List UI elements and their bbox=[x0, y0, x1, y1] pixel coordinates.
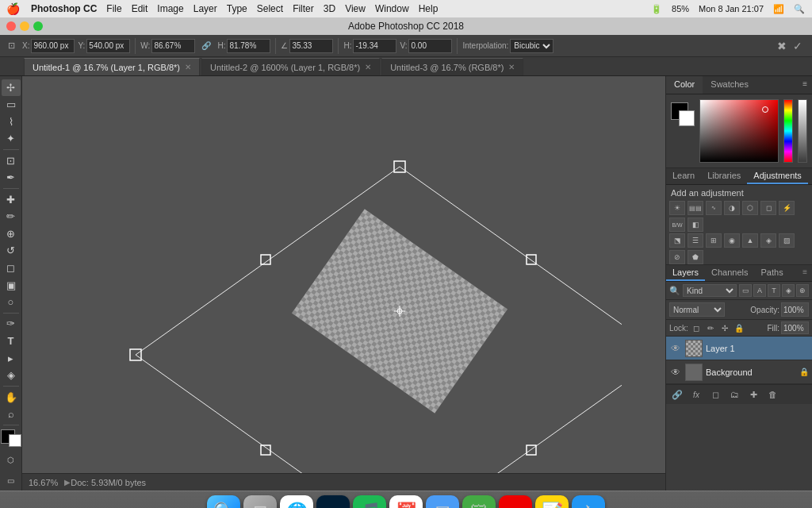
interpolation-select[interactable]: Bicubic bbox=[510, 39, 553, 53]
layer-kind-select[interactable]: Kind bbox=[683, 284, 737, 297]
marquee-tool[interactable]: ▭ bbox=[2, 97, 21, 114]
lasso-tool[interactable]: ⌇ bbox=[2, 114, 21, 130]
filter-adj-icon[interactable]: A bbox=[753, 284, 766, 297]
menu-edit[interactable]: Edit bbox=[127, 3, 153, 14]
filter-text-icon[interactable]: T bbox=[768, 284, 780, 297]
menu-filter[interactable]: Filter bbox=[288, 3, 319, 14]
paths-tab[interactable]: Paths bbox=[755, 265, 790, 281]
background-color[interactable] bbox=[9, 434, 21, 447]
link-layers-button[interactable]: 🔗 bbox=[669, 387, 685, 402]
adj-levels[interactable]: ▤▤ bbox=[688, 201, 703, 215]
dock-launchpad[interactable]: ⊞ bbox=[243, 495, 277, 509]
dock-virus-scanner[interactable]: 🛡 bbox=[462, 495, 496, 509]
dodge-tool[interactable]: ○ bbox=[2, 294, 21, 310]
heal-tool[interactable]: ✚ bbox=[2, 191, 21, 208]
adj-posterize[interactable]: ◉ bbox=[724, 233, 740, 248]
adj-color-balance[interactable]: ⚡ bbox=[779, 201, 795, 215]
fx-button[interactable]: fx bbox=[688, 387, 704, 402]
color-panel-collapse[interactable]: ≡ bbox=[798, 76, 812, 94]
shape-tool[interactable]: ◈ bbox=[2, 367, 21, 383]
tab-untitled-3[interactable]: Untitled-3 @ 16.7% (RGB/8*) ✕ bbox=[381, 58, 523, 75]
filter-pixel-icon[interactable]: ▭ bbox=[739, 284, 752, 297]
h-percent-input[interactable] bbox=[227, 39, 270, 53]
channels-tab[interactable]: Channels bbox=[705, 265, 754, 281]
lock-position-button[interactable]: ✢ bbox=[718, 321, 731, 334]
adj-vibrance[interactable]: ⬡ bbox=[742, 201, 758, 215]
history-brush-tool[interactable]: ↺ bbox=[2, 243, 21, 260]
app-menu[interactable]: Photoshop CC bbox=[26, 3, 102, 14]
learn-tab[interactable]: Learn bbox=[666, 168, 701, 184]
tab-close-3[interactable]: ✕ bbox=[508, 63, 515, 71]
dock-airmail[interactable]: ✈ bbox=[572, 495, 605, 509]
pen-tool[interactable]: ✑ bbox=[2, 316, 21, 333]
tab-close-2[interactable]: ✕ bbox=[365, 63, 371, 71]
zoom-tool[interactable]: ⌕ bbox=[2, 406, 21, 422]
lock-all-button[interactable]: 🔒 bbox=[733, 321, 745, 334]
adj-invert[interactable]: ⊞ bbox=[706, 233, 722, 248]
menu-file[interactable]: File bbox=[102, 3, 126, 14]
adj-gradient-map[interactable]: ◈ bbox=[760, 233, 776, 248]
gradient-tool[interactable]: ▣ bbox=[2, 277, 21, 294]
w-input[interactable] bbox=[151, 39, 195, 53]
eyedropper-tool[interactable]: ✒ bbox=[2, 170, 21, 187]
adj-shadows[interactable]: ⊘ bbox=[669, 250, 685, 264]
new-group-button[interactable]: 🗂 bbox=[726, 387, 742, 402]
v-skew-input[interactable] bbox=[408, 39, 452, 53]
menu-view[interactable]: View bbox=[340, 3, 370, 14]
background-swatch[interactable] bbox=[679, 110, 695, 126]
color-gradient-picker[interactable] bbox=[699, 99, 779, 163]
adj-threshold[interactable]: ▲ bbox=[742, 233, 758, 248]
layer-row-background[interactable]: 👁 Background 🔒 bbox=[666, 360, 812, 384]
filter-shape-icon[interactable]: ◈ bbox=[782, 284, 795, 297]
adj-variations[interactable]: ⬟ bbox=[688, 250, 703, 264]
screen-mode-tool[interactable]: ▭ bbox=[2, 471, 21, 491]
menu-layer[interactable]: Layer bbox=[189, 3, 222, 14]
adj-brightness[interactable]: ☀ bbox=[669, 201, 685, 215]
dock-chrome[interactable]: 🌐 bbox=[280, 495, 313, 509]
lock-transparent-button[interactable]: ◻ bbox=[690, 321, 703, 334]
text-tool[interactable]: T bbox=[2, 333, 21, 349]
x-input[interactable] bbox=[31, 39, 75, 53]
tab-untitled-1[interactable]: Untitled-1 @ 16.7% (Layer 1, RGB/8*) ✕ bbox=[24, 58, 200, 75]
dock-live[interactable]: Lv bbox=[499, 495, 532, 509]
adj-photo-filter[interactable]: ◧ bbox=[688, 217, 703, 232]
brush-tool[interactable]: ✏ bbox=[2, 209, 21, 225]
dock-finder[interactable]: 🔍 bbox=[207, 495, 240, 509]
maximize-button[interactable] bbox=[33, 21, 43, 31]
path-select-tool[interactable]: ▸ bbox=[2, 350, 21, 367]
layer1-visibility-toggle[interactable]: 👁 bbox=[669, 342, 682, 355]
clone-tool[interactable]: ⊕ bbox=[2, 225, 21, 242]
delete-layer-button[interactable]: 🗑 bbox=[764, 387, 780, 402]
new-layer-button[interactable]: ✚ bbox=[745, 387, 761, 402]
adj-curves[interactable]: ∿ bbox=[706, 201, 722, 215]
dock-notes[interactable]: 📝 bbox=[535, 495, 569, 509]
filter-smart-icon[interactable]: ⊕ bbox=[796, 284, 809, 297]
tab-untitled-2[interactable]: Untitled-2 @ 1600% (Layer 1, RGB/8*) ✕ bbox=[201, 58, 380, 75]
adj-color-lookup[interactable]: ☰ bbox=[688, 233, 703, 248]
dock-calendar[interactable]: 📅 bbox=[389, 495, 423, 509]
apple-menu[interactable]: 🍎 bbox=[0, 2, 26, 15]
menu-image[interactable]: Image bbox=[152, 3, 188, 14]
swatches-tab[interactable]: Swatches bbox=[703, 76, 756, 94]
tab-close-1[interactable]: ✕ bbox=[185, 63, 191, 71]
color-tab[interactable]: Color bbox=[666, 76, 703, 94]
menu-type[interactable]: Type bbox=[222, 3, 252, 14]
adj-hsl[interactable]: ◻ bbox=[760, 201, 776, 215]
menu-window[interactable]: Window bbox=[370, 3, 414, 14]
magic-wand-tool[interactable]: ✦ bbox=[2, 131, 21, 148]
opacity-bar[interactable] bbox=[798, 99, 807, 163]
move-tool[interactable]: ✢ bbox=[2, 79, 21, 96]
dock-spotify[interactable]: 🎵 bbox=[353, 495, 386, 509]
window-controls[interactable] bbox=[6, 21, 43, 31]
link-icon[interactable]: 🔗 bbox=[198, 38, 214, 54]
dock-photoshop[interactable]: Ps bbox=[316, 495, 350, 509]
y-input[interactable] bbox=[86, 39, 130, 53]
background-visibility-toggle[interactable]: 👁 bbox=[669, 366, 682, 379]
blend-mode-select[interactable]: Normal bbox=[669, 302, 725, 317]
layers-tab[interactable]: Layers bbox=[666, 265, 705, 281]
layer-row-layer1[interactable]: 👁 Layer 1 bbox=[666, 337, 812, 360]
dock-mail[interactable]: ✉ bbox=[426, 495, 459, 509]
adj-channel-mixer[interactable]: ⬔ bbox=[669, 233, 685, 248]
layers-panel-collapse[interactable]: ≡ bbox=[798, 265, 812, 281]
adj-selective-color[interactable]: ▨ bbox=[779, 233, 795, 248]
